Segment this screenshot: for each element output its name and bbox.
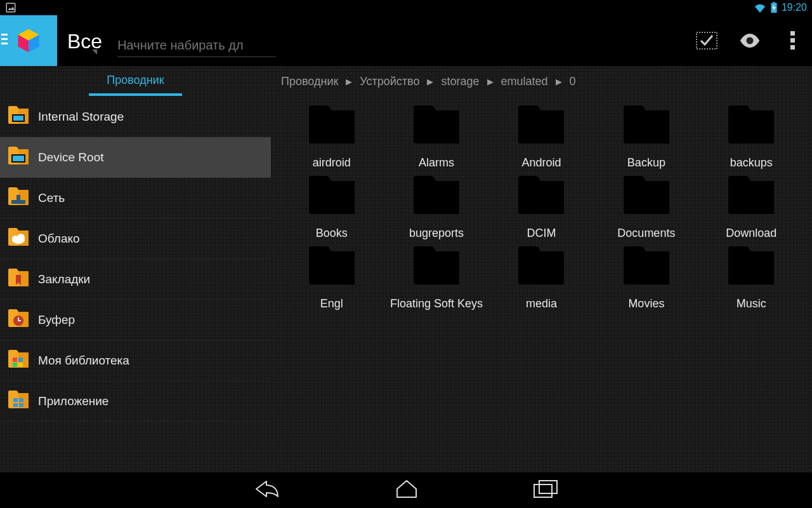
sidebar-item-cloud[interactable]: Облако	[0, 218, 271, 259]
svg-rect-20	[11, 200, 25, 204]
svg-rect-30	[13, 363, 17, 367]
network-icon	[8, 187, 29, 209]
app-logo-icon	[15, 27, 43, 55]
sidebar-tab-label: Проводник	[89, 67, 181, 96]
folder-label: DCIM	[527, 227, 556, 240]
folder-label: Engl	[320, 297, 343, 311]
sidebar-item-label: Сеть	[38, 191, 65, 205]
battery-icon	[770, 2, 778, 13]
sidebar-item-bookmarks[interactable]: Закладки	[0, 259, 271, 300]
svg-rect-11	[697, 32, 717, 49]
breadcrumb-item[interactable]: 0	[570, 75, 576, 88]
folder-item[interactable]: Alarms	[387, 105, 485, 170]
breadcrumb-item[interactable]: emulated	[501, 75, 548, 88]
filter-dropdown[interactable]: Все	[67, 30, 97, 66]
svg-rect-27	[18, 320, 21, 321]
folder-item[interactable]: Music	[702, 246, 801, 311]
folder-item[interactable]: Android	[492, 105, 591, 170]
folder-item[interactable]: Engl	[282, 246, 381, 311]
folder-label: bugreports	[409, 227, 464, 240]
folder-item[interactable]: backups	[702, 105, 801, 170]
svg-rect-0	[6, 3, 15, 12]
folder-icon	[622, 176, 671, 215]
visibility-button[interactable]	[737, 28, 763, 53]
app-drawer-button[interactable]	[0, 15, 57, 66]
sidebar-item-my-library[interactable]: Моя библиотека	[0, 340, 271, 381]
my-library-icon	[8, 350, 29, 371]
folder-item[interactable]: bugreports	[387, 176, 485, 240]
folder-item[interactable]: Backup	[597, 105, 695, 170]
device-root-icon	[8, 147, 29, 168]
android-statusbar: 19:20	[0, 0, 812, 15]
folder-label: Music	[737, 297, 766, 311]
app-header: Все	[0, 15, 812, 66]
svg-point-12	[747, 37, 754, 44]
folder-item[interactable]: Documents	[597, 176, 695, 240]
svg-rect-21	[16, 195, 20, 200]
folder-item[interactable]: Download	[702, 176, 801, 240]
svg-rect-13	[790, 31, 795, 36]
svg-rect-31	[18, 363, 23, 367]
folder-grid: airdroidAlarmsAndroidBackupbackupsBooksb…	[277, 97, 806, 319]
folder-item[interactable]: media	[492, 246, 591, 311]
sidebar-item-internal-storage[interactable]: Internal Storage	[0, 97, 271, 137]
home-button[interactable]	[395, 479, 419, 502]
sidebar-item-clipboard[interactable]: Буфер	[0, 300, 271, 340]
sidebar-tab[interactable]: Проводник	[0, 66, 271, 97]
folder-label: media	[526, 297, 557, 311]
svg-rect-15	[790, 45, 795, 50]
folder-item[interactable]: Floating Soft Keys	[387, 246, 485, 311]
folder-item[interactable]: DCIM	[492, 176, 591, 240]
sidebar-item-device-root[interactable]: Device Root	[0, 137, 271, 178]
android-navbar	[0, 472, 812, 508]
folder-icon	[726, 246, 776, 286]
svg-rect-36	[534, 485, 552, 497]
content-area: Проводник▶Устройство▶storage▶emulated▶0 …	[271, 66, 812, 472]
overflow-menu-button[interactable]	[780, 28, 806, 53]
chevron-right-icon: ▶	[346, 77, 352, 86]
breadcrumb-item[interactable]: storage	[441, 75, 479, 88]
folder-icon	[622, 246, 671, 286]
svg-rect-37	[539, 481, 557, 493]
search-input[interactable]	[117, 38, 276, 57]
svg-rect-14	[790, 38, 795, 43]
sidebar-item-application[interactable]: Приложение	[0, 381, 271, 422]
internal-storage-icon	[8, 106, 29, 128]
folder-icon	[307, 105, 357, 145]
svg-rect-6	[1, 38, 8, 40]
svg-rect-28	[13, 358, 17, 362]
svg-rect-32	[13, 398, 18, 402]
cloud-icon	[8, 228, 29, 250]
clock-text: 19:20	[782, 2, 807, 13]
select-mode-button[interactable]	[694, 28, 719, 53]
folder-item[interactable]: Books	[282, 176, 381, 240]
folder-icon	[412, 246, 461, 286]
sidebar-item-label: Моя библиотека	[38, 354, 129, 368]
folder-icon	[412, 176, 461, 215]
folder-item[interactable]: Movies	[597, 246, 695, 311]
sidebar: Проводник Internal StorageDevice RootСет…	[0, 66, 271, 472]
folder-icon	[726, 176, 776, 215]
sidebar-item-label: Device Root	[38, 150, 104, 164]
folder-icon	[516, 176, 566, 215]
sidebar-item-label: Приложение	[38, 394, 108, 408]
sidebar-item-label: Internal Storage	[38, 110, 124, 124]
breadcrumb-item[interactable]: Проводник	[281, 75, 338, 88]
sidebar-item-network[interactable]: Сеть	[0, 178, 271, 218]
svg-marker-1	[8, 7, 15, 10]
folder-label: Alarms	[419, 156, 454, 170]
chevron-right-icon: ▶	[556, 77, 562, 86]
svg-rect-3	[773, 2, 775, 3]
svg-point-24	[17, 234, 25, 241]
folder-item[interactable]: airdroid	[282, 105, 381, 170]
wifi-icon	[754, 3, 766, 13]
chevron-right-icon: ▶	[487, 77, 494, 86]
folder-icon	[412, 105, 461, 145]
folder-icon	[516, 105, 566, 145]
recents-button[interactable]	[533, 479, 558, 501]
breadcrumb-item[interactable]: Устройство	[360, 75, 419, 88]
breadcrumb: Проводник▶Устройство▶storage▶emulated▶0	[277, 66, 806, 97]
svg-rect-5	[1, 34, 8, 36]
menu-icon	[1, 32, 8, 49]
back-button[interactable]	[254, 479, 280, 502]
